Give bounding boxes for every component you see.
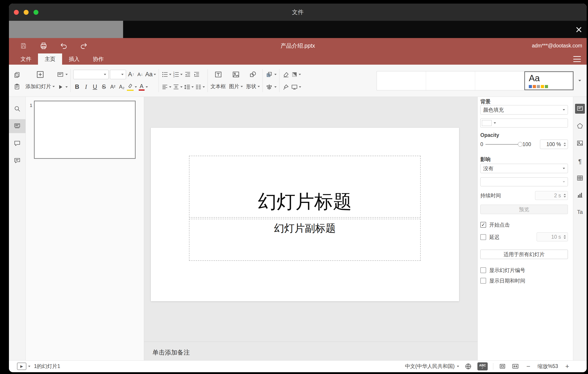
insert-shape-button[interactable] [246, 70, 260, 79]
table-settings-button[interactable] [575, 173, 585, 183]
superscript-button[interactable]: A² [109, 82, 117, 92]
opacity-value-input[interactable]: 100 % [540, 140, 568, 149]
underline-button[interactable]: U [91, 82, 99, 92]
bold-button[interactable]: B [73, 82, 81, 92]
zoom-level-label[interactable]: 缩放%53 [537, 363, 558, 370]
theme-item-1[interactable] [377, 71, 426, 90]
font-size-combo[interactable] [110, 70, 126, 79]
chevron-down-icon[interactable] [65, 74, 68, 75]
zoom-out-button[interactable]: − [525, 362, 532, 371]
spinner-arrows-icon[interactable] [564, 191, 566, 200]
delay-input[interactable]: 10 s [537, 232, 568, 241]
subscript-button[interactable]: A₂ [118, 82, 126, 92]
slide-thumbnail[interactable] [34, 101, 136, 159]
bullet-list-button[interactable] [161, 70, 171, 79]
undo-button[interactable] [59, 41, 68, 50]
add-slide-label-row[interactable]: 添加幻灯片 [25, 81, 55, 92]
tab-insert[interactable]: 插入 [62, 54, 86, 65]
columns-button[interactable] [195, 82, 205, 92]
start-preview-button[interactable]: ▶ [17, 363, 26, 370]
background-fill-select[interactable]: 颜色填充 [480, 105, 568, 115]
slide-size-button[interactable] [291, 82, 301, 92]
chat-panel-button[interactable] [12, 156, 22, 165]
highlight-color-button[interactable] [127, 82, 137, 92]
notes-divider[interactable] [144, 341, 477, 342]
gallery-expand-button[interactable] [576, 76, 584, 86]
textart-settings-button[interactable]: Ta [575, 207, 585, 217]
close-dialog-icon[interactable]: × [576, 24, 582, 35]
shape-fill-color-button[interactable] [291, 70, 301, 79]
copy-style-button[interactable] [282, 82, 290, 92]
chevron-down-icon[interactable] [28, 366, 30, 367]
zoom-window-button[interactable] [33, 10, 38, 15]
zoom-in-button[interactable]: + [563, 362, 571, 371]
print-button[interactable] [39, 41, 48, 50]
image-label-row[interactable]: 图片 [229, 81, 243, 92]
spinner-arrows-icon[interactable] [564, 233, 566, 241]
spinner-arrows-icon[interactable] [564, 140, 566, 149]
paste-button[interactable] [12, 82, 22, 91]
opacity-slider[interactable] [485, 144, 521, 145]
show-date-time-checkbox[interactable]: 显示日期和时间 [480, 278, 568, 284]
add-slide-button[interactable] [25, 70, 55, 79]
font-name-combo[interactable] [73, 70, 109, 79]
start-slideshow-button[interactable] [56, 82, 64, 92]
line-spacing-button[interactable] [184, 82, 194, 92]
redo-button[interactable] [79, 41, 88, 50]
fit-to-slide-button[interactable] [499, 362, 506, 371]
chevron-down-icon[interactable] [274, 74, 277, 75]
slide-editing-area[interactable]: 幻灯片标题 幻灯片副标题 [151, 128, 459, 301]
close-window-button[interactable] [14, 10, 19, 15]
italic-button[interactable]: I [82, 82, 90, 92]
paragraph-settings-button[interactable]: ¶ [575, 157, 585, 166]
numbered-list-button[interactable]: 123 [173, 70, 182, 79]
increase-indent-button[interactable] [193, 70, 200, 79]
apply-to-all-slides-button[interactable]: 适用于所有幻灯片 [480, 250, 568, 259]
fit-to-width-button[interactable] [512, 362, 519, 371]
menu-icon[interactable] [573, 56, 581, 62]
notes-placeholder[interactable]: 单击添加备注 [152, 348, 190, 357]
decrease-font-button[interactable]: A↓ [136, 70, 144, 79]
theme-item-4-selected[interactable]: Aa [524, 71, 574, 90]
background-color-picker[interactable] [480, 119, 568, 128]
title-placeholder[interactable]: 幻灯片标题 [189, 156, 421, 218]
tab-file[interactable]: 文件 [14, 54, 38, 65]
vertical-align-button[interactable] [173, 82, 182, 92]
font-color-button[interactable]: A [138, 82, 148, 92]
tab-collaboration[interactable]: 协作 [86, 54, 110, 65]
tab-home[interactable]: 主页 [38, 54, 62, 65]
start-on-click-checkbox[interactable]: ✓ 开始点击 [480, 222, 568, 228]
show-slide-number-checkbox[interactable]: 显示幻灯片编号 [480, 267, 568, 273]
chevron-down-icon[interactable] [274, 86, 277, 88]
textbox-label[interactable]: 文本框 [210, 83, 226, 90]
language-selector[interactable]: 中文(中华人民共和国) [405, 363, 459, 370]
theme-item-3[interactable] [475, 71, 524, 90]
strikethrough-button[interactable]: S [100, 82, 108, 92]
change-case-button[interactable]: Aa [145, 70, 156, 79]
save-button[interactable] [19, 41, 28, 50]
shape-label-row[interactable]: 形状 [246, 81, 260, 92]
opacity-slider-knob[interactable] [518, 142, 523, 147]
duration-input[interactable]: 2 s [535, 191, 568, 200]
shape-settings-button[interactable] [575, 121, 585, 131]
insert-textbox-button[interactable] [210, 70, 226, 79]
align-objects-button[interactable] [265, 82, 273, 92]
insert-image-button[interactable] [229, 70, 243, 79]
transition-effect-select[interactable]: 没有 [480, 164, 568, 173]
increase-font-button[interactable]: A↑ [127, 70, 135, 79]
clear-style-button[interactable] [282, 70, 290, 79]
preview-button[interactable]: 预览 [480, 205, 568, 214]
search-panel-button[interactable] [12, 104, 22, 114]
document-language-button[interactable] [464, 362, 472, 371]
chevron-down-icon[interactable] [65, 86, 68, 88]
comments-panel-button[interactable] [12, 138, 22, 148]
horizontal-align-button[interactable] [161, 82, 171, 92]
subtitle-placeholder[interactable]: 幻灯片副标题 [189, 219, 421, 261]
minimize-window-button[interactable] [24, 10, 29, 15]
slides-panel-button[interactable] [12, 121, 22, 131]
slide-layout-button[interactable] [56, 70, 64, 79]
image-settings-button[interactable] [575, 138, 585, 148]
theme-item-2[interactable] [426, 71, 475, 90]
spell-check-button[interactable]: ABC ✓ [477, 362, 488, 370]
slide-settings-button[interactable] [575, 104, 585, 114]
